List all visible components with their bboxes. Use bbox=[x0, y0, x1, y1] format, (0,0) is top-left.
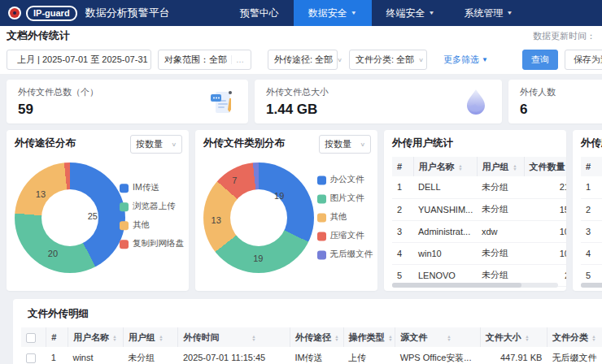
table-row[interactable]: 1 winst 未分组 2025-07-01 11:15:45 IM传送 上传 … bbox=[21, 347, 602, 364]
col-user-group[interactable]: 用户组▲▼ bbox=[123, 327, 178, 347]
nav-item-system-management[interactable]: 系统管理 ▼ bbox=[449, 0, 527, 26]
sort-icon[interactable]: ▲▼ bbox=[159, 335, 164, 341]
more-filters-link[interactable]: 更多筛选 ▼ bbox=[443, 54, 488, 66]
category-select[interactable]: 文件分类: 全部 ∨ bbox=[349, 50, 427, 70]
legend-label: 图片文件 bbox=[330, 193, 364, 204]
chevron-down-icon: ∨ bbox=[337, 57, 342, 63]
donut-chart-filetypes: 19 19 13 7 bbox=[203, 162, 314, 273]
date-range-picker[interactable]: 上月 | 2025-07-01 至 2025-07-31 bbox=[7, 50, 151, 70]
brand-name: IP-guard bbox=[26, 6, 77, 21]
legend-swatch bbox=[317, 250, 326, 259]
col-label: 用户组 bbox=[129, 332, 155, 342]
legend-item[interactable]: IM传送 bbox=[120, 182, 184, 193]
sort-icon[interactable]: ▲▼ bbox=[458, 164, 463, 171]
legend-item[interactable]: 图片文件 bbox=[317, 193, 373, 204]
col-user-group[interactable]: 用户组▲▼ bbox=[477, 157, 524, 176]
chevron-down-icon: ▼ bbox=[351, 10, 357, 15]
legend-swatch bbox=[120, 184, 129, 193]
panel-filetype-distribution: 外传文件类别分布 按数量 ∨ 19 19 13 7 办公文件 图片文件 其他 压… bbox=[195, 130, 377, 291]
save-filter-button[interactable]: 保存为过滤器 bbox=[565, 50, 602, 70]
col-file-category[interactable]: 文件分类▲▼ bbox=[547, 327, 602, 347]
channel-select[interactable]: 外传途径: 全部 ∨ bbox=[268, 50, 338, 70]
stat-value: 59 bbox=[18, 102, 237, 118]
legend-label: 办公文件 bbox=[330, 174, 364, 185]
top-navbar: IP-guard 数据分析预警平台 预警中心 数据安全 ▼ 终端安全 ▼ 系统管… bbox=[0, 0, 602, 26]
nav-item-data-security[interactable]: 数据安全 ▼ bbox=[294, 0, 372, 26]
nav-item-label: 数据安全 bbox=[308, 6, 347, 20]
chevron-down-icon: ▼ bbox=[429, 10, 435, 15]
col-file-size[interactable]: 文件大小▲▼ bbox=[480, 327, 547, 347]
sort-icon[interactable]: ▲▼ bbox=[112, 335, 117, 341]
sort-icon[interactable]: ▲▼ bbox=[525, 335, 530, 341]
legend-item[interactable]: 复制到网络盘 bbox=[120, 238, 184, 249]
slice-value: 13 bbox=[212, 215, 221, 225]
ellipsis-icon[interactable]: … bbox=[231, 55, 245, 64]
sort-icon[interactable]: ▲▼ bbox=[251, 335, 256, 341]
chart-legend: IM传送 浏览器上传 其他 复制到网络盘 bbox=[120, 182, 184, 249]
legend-item[interactable]: 无后缀文件 bbox=[317, 249, 373, 260]
chart-mode-select[interactable]: 按数量 ∨ bbox=[319, 135, 371, 154]
page-title: 文档外传统计 bbox=[7, 28, 70, 43]
donut-ring[interactable] bbox=[15, 162, 125, 273]
table-row[interactable]: 2YUANSHIM...未分组15 bbox=[392, 198, 566, 220]
panel-user-stats: 外传用户统计 # 用户名称▲▼ 用户组▲▼ 文件数量▲▼ 文件大小 1DELL bbox=[384, 130, 566, 291]
sort-icon[interactable]: ▲▼ bbox=[388, 335, 393, 341]
sort-icon[interactable]: ▲▼ bbox=[591, 335, 596, 341]
table-row[interactable]: 4win10未分组10 bbox=[392, 242, 566, 264]
sort-icon[interactable]: ▲▼ bbox=[447, 335, 452, 341]
brand-logo: IP-guard 数据分析预警平台 bbox=[0, 0, 178, 26]
table-row[interactable]: 1 bbox=[581, 176, 602, 198]
legend-swatch bbox=[317, 213, 326, 222]
horizontal-scrollbar[interactable] bbox=[392, 283, 558, 288]
nav-item-label: 预警中心 bbox=[240, 6, 279, 20]
charts-row: 外传途径分布 按数量 ∨ 25 20 13 IM传送 浏览器上传 其他 复制到网… bbox=[7, 130, 602, 291]
legend-label: 无后缀文件 bbox=[330, 249, 373, 260]
col-source-file[interactable]: 源文件▲▼ bbox=[395, 327, 481, 347]
col-time[interactable]: 外传时间▲▼ bbox=[178, 327, 290, 347]
donut-chart-channels: 25 20 13 bbox=[15, 162, 125, 273]
nav-item-endpoint-security[interactable]: 终端安全 ▼ bbox=[372, 0, 450, 26]
stat-cards-row: 外传文件总数（个） 59 外传文件总大小 bbox=[7, 80, 602, 124]
sort-icon[interactable]: ▲▼ bbox=[513, 164, 517, 171]
legend-swatch bbox=[120, 221, 129, 230]
legend-item[interactable]: 浏览器上传 bbox=[120, 201, 184, 212]
nav-item-alert-center[interactable]: 预警中心 bbox=[225, 0, 294, 26]
table-row[interactable]: 4 bbox=[581, 242, 602, 264]
chevron-down-icon: ▼ bbox=[506, 10, 513, 15]
table-row[interactable]: 3 bbox=[581, 220, 602, 242]
legend-item[interactable]: 其他 bbox=[120, 219, 184, 231]
col-user-name[interactable]: 用户名称▲▼ bbox=[413, 157, 477, 176]
legend-item[interactable]: 办公文件 bbox=[317, 174, 373, 185]
ipguard-logo-icon bbox=[8, 6, 21, 20]
horizontal-scrollbar[interactable] bbox=[581, 283, 602, 288]
checkbox-icon[interactable] bbox=[26, 333, 36, 343]
table-row[interactable]: 1DELL未分组21 bbox=[392, 176, 566, 198]
col-file-count[interactable]: 文件数量▲▼ bbox=[524, 157, 566, 176]
col-channel[interactable]: 外传途径▲▼ bbox=[290, 327, 343, 347]
chevron-down-icon: ∨ bbox=[360, 141, 365, 148]
sort-icon[interactable]: ▲▼ bbox=[334, 335, 339, 341]
col-user-name[interactable]: 用户名称▲▼ bbox=[68, 327, 123, 347]
legend-item[interactable]: 其他 bbox=[317, 211, 373, 223]
table-row[interactable]: 2 bbox=[581, 198, 602, 220]
col-action[interactable]: 操作类型▲▼ bbox=[343, 327, 395, 347]
date-range-value: 上月 | 2025-07-01 至 2025-07-31 bbox=[17, 54, 148, 66]
chart-mode-select[interactable]: 按数量 ∨ bbox=[130, 135, 182, 154]
col-checkbox[interactable] bbox=[21, 327, 46, 347]
scope-picker[interactable]: 对象范围：全部 … bbox=[158, 50, 251, 70]
legend-swatch bbox=[120, 240, 129, 249]
legend-item[interactable]: 压缩文件 bbox=[317, 230, 373, 241]
col-index: # bbox=[392, 157, 413, 176]
chart-legend: 办公文件 图片文件 其他 压缩文件 无后缀文件 bbox=[317, 174, 373, 260]
col-label: 源文件 bbox=[400, 332, 427, 342]
update-time-label: 数据更新时间： bbox=[533, 30, 595, 42]
legend-swatch bbox=[317, 232, 326, 240]
checkbox-icon[interactable] bbox=[26, 353, 36, 363]
col-label: 用户组 bbox=[482, 162, 509, 171]
stat-label: 外传文件总数（个） bbox=[18, 86, 237, 98]
query-button[interactable]: 查询 bbox=[522, 50, 558, 70]
platform-title: 数据分析预警平台 bbox=[85, 6, 170, 20]
col-index: # bbox=[581, 157, 602, 176]
legend-swatch bbox=[120, 202, 129, 211]
table-row[interactable]: 3Administrat...xdw10 bbox=[392, 220, 566, 242]
